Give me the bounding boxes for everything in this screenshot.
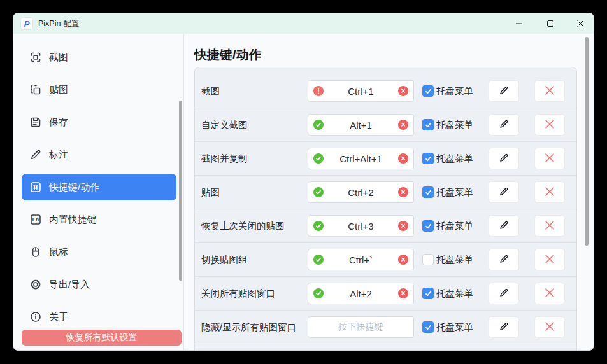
hotkey-row-label: 截图 — [201, 85, 308, 97]
sidebar-item-0[interactable]: 截图 — [22, 44, 176, 71]
delete-button[interactable] — [534, 181, 565, 203]
screenshot-icon — [29, 51, 42, 64]
hotkey-input[interactable]: ! Alt+1 × — [308, 114, 414, 136]
edit-button[interactable] — [489, 249, 519, 270]
delete-button[interactable] — [534, 283, 565, 304]
annotate-pencil-icon — [29, 148, 42, 161]
tray-checkbox[interactable] — [422, 186, 434, 198]
edit-button[interactable] — [489, 215, 519, 237]
tray-menu-option: 托盘菜单 — [422, 85, 489, 97]
svg-text:Fn: Fn — [32, 216, 39, 223]
hotkey-status-icon: ! — [313, 86, 324, 96]
hotkey-row: 隐藏/显示所有贴图窗口 ! 按下快捷键 × 托盘菜单 — [195, 311, 576, 344]
pencil-icon — [498, 287, 510, 300]
tray-checkbox[interactable] — [422, 288, 434, 299]
clear-hotkey-icon[interactable]: × — [398, 153, 408, 164]
hotkey-input[interactable]: ! Ctrl+3 × — [308, 215, 414, 237]
delete-button[interactable] — [534, 80, 565, 102]
clear-hotkey-icon[interactable]: × — [398, 288, 408, 298]
tray-checkbox[interactable] — [422, 321, 434, 333]
edit-button[interactable] — [489, 181, 519, 203]
edit-button[interactable] — [489, 148, 519, 169]
clear-hotkey-icon[interactable]: × — [398, 255, 408, 265]
close-button[interactable] — [567, 13, 594, 34]
tray-checkbox[interactable] — [422, 254, 434, 265]
edit-button[interactable] — [489, 316, 519, 338]
clear-hotkey-icon[interactable]: × — [398, 221, 408, 231]
hotkey-panel: 截图 ! Ctrl+1 × 托盘菜单 — [194, 67, 577, 350]
fn-key-icon: Fn — [29, 213, 42, 226]
hotkey-status-icon: ! — [313, 255, 324, 265]
sidebar-item-2[interactable]: 保存 — [22, 109, 176, 136]
hotkey-value: 按下快捷键 — [339, 321, 383, 333]
hotkey-row: 贴图 ! Ctrl+2 × 托盘菜单 — [195, 176, 576, 209]
hotkey-value: Ctrl+1 — [348, 86, 373, 97]
info-icon — [29, 311, 42, 323]
hotkey-value: Ctrl+3 — [348, 221, 373, 232]
pencil-icon — [498, 253, 510, 267]
tray-menu-option: 托盘菜单 — [422, 220, 489, 232]
hotkey-hash-icon — [29, 181, 42, 193]
sidebar-item-8[interactable]: 关于 — [22, 304, 176, 330]
hotkey-input[interactable]: ! Ctrl+1 × — [308, 80, 414, 102]
edit-button[interactable] — [489, 283, 519, 304]
hotkey-row: 切换贴图组 ! Ctrl+` × 托盘菜单 — [195, 243, 576, 277]
sidebar-item-label: 截图 — [49, 52, 68, 64]
hotkey-row: 恢复上次关闭的贴图 ! Ctrl+3 × 托盘菜单 — [195, 209, 576, 243]
sidebar-item-6[interactable]: 鼠标 — [22, 239, 176, 265]
tray-checkbox[interactable] — [422, 85, 434, 97]
tray-menu-option: 托盘菜单 — [422, 254, 489, 266]
delete-button[interactable] — [534, 316, 565, 338]
desktop-background: P PixPin 配置 截图贴图保存标注快捷键/动作Fn内置快捷键鼠标导出/导入… — [0, 0, 607, 364]
tray-checkbox[interactable] — [422, 119, 434, 130]
hotkey-input[interactable]: ! Ctrl+2 × — [308, 181, 414, 203]
tray-checkbox[interactable] — [422, 220, 434, 232]
tray-checkbox[interactable] — [422, 153, 434, 164]
hotkey-row: 自定义截图 ! Alt+1 × 托盘菜单 — [195, 108, 576, 142]
clear-hotkey-icon[interactable]: × — [398, 86, 408, 96]
sidebar-item-1[interactable]: 贴图 — [22, 76, 176, 103]
sidebar-item-label: 快捷键/动作 — [49, 181, 99, 193]
tray-label: 托盘菜单 — [436, 220, 473, 232]
maximize-button[interactable] — [537, 13, 564, 34]
sidebar-item-3[interactable]: 标注 — [22, 141, 176, 168]
tray-menu-option: 托盘菜单 — [422, 321, 489, 333]
delete-x-icon — [544, 220, 555, 233]
sidebar-item-5[interactable]: Fn内置快捷键 — [22, 206, 176, 233]
content-scrollbar[interactable] — [585, 37, 589, 246]
edit-button[interactable] — [489, 114, 519, 136]
clear-hotkey-icon[interactable]: × — [398, 120, 408, 130]
pencil-icon — [498, 321, 510, 334]
hotkey-row-label: 截图并复制 — [201, 153, 308, 165]
mouse-icon — [29, 246, 42, 258]
hotkey-input[interactable]: ! Ctrl+` × — [308, 249, 414, 270]
hotkey-input[interactable]: ! 按下快捷键 × — [308, 316, 414, 338]
tray-menu-option: 托盘菜单 — [422, 186, 489, 199]
clear-hotkey-icon[interactable]: × — [398, 187, 408, 197]
hotkey-input[interactable]: ! Ctrl+Alt+1 × — [308, 148, 414, 169]
delete-button[interactable] — [534, 249, 565, 270]
sidebar-item-label: 内置快捷键 — [49, 214, 97, 226]
delete-x-icon — [544, 321, 555, 334]
minimize-button[interactable] — [506, 13, 532, 34]
sidebar-item-7[interactable]: 导出/导入 — [22, 271, 176, 298]
titlebar[interactable]: P PixPin 配置 — [13, 13, 594, 34]
sidebar-scrollbar[interactable] — [179, 101, 182, 281]
reset-defaults-button[interactable]: 恢复所有默认设置 — [22, 330, 182, 346]
edit-button[interactable] — [489, 80, 519, 102]
tray-menu-option: 托盘菜单 — [422, 288, 489, 300]
delete-button[interactable] — [534, 215, 565, 237]
save-icon — [29, 116, 42, 129]
delete-button[interactable] — [534, 114, 565, 136]
tray-label: 托盘菜单 — [436, 254, 473, 266]
hotkey-status-icon: ! — [313, 187, 324, 197]
delete-button[interactable] — [534, 148, 565, 169]
delete-x-icon — [544, 118, 555, 132]
hotkey-row-label: 贴图 — [201, 186, 308, 199]
sidebar: 截图贴图保存标注快捷键/动作Fn内置快捷键鼠标导出/导入关于 恢复所有默认设置 — [13, 34, 184, 350]
hotkey-row-label: 自定义截图 — [201, 119, 308, 131]
hotkey-input[interactable]: ! Alt+2 × — [308, 283, 414, 304]
sidebar-item-4[interactable]: 快捷键/动作 — [22, 174, 176, 200]
delete-x-icon — [544, 152, 555, 165]
sidebar-nav: 截图贴图保存标注快捷键/动作Fn内置快捷键鼠标导出/导入关于 — [13, 34, 183, 330]
